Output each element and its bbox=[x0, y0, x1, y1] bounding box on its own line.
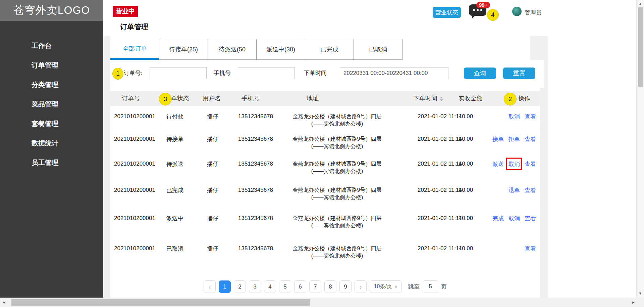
tab-completed[interactable]: 已完成 bbox=[305, 39, 354, 60]
sidebar: 苍穹外卖LOGO 工作台 订单管理 分类管理 菜品管理 套餐管理 数据统计 员工… bbox=[0, 0, 103, 298]
notification-count-badge: 99+ bbox=[476, 2, 490, 8]
view-link[interactable]: 查看 bbox=[525, 186, 536, 194]
cancel-link[interactable]: 取消 bbox=[508, 113, 520, 120]
user-cell: 播仔 bbox=[207, 215, 218, 222]
scroll-right-icon[interactable]: ► bbox=[632, 298, 635, 307]
table-body: 2021010200001 待付款 播仔 13512345678 金燕龙办公楼（… bbox=[110, 106, 540, 264]
header-actions: 操作 bbox=[518, 91, 530, 106]
address-line2: (——宾馆北侧办公楼) bbox=[311, 168, 363, 174]
reset-button[interactable]: 重置 bbox=[503, 68, 535, 79]
chevron-down-icon: ∨ bbox=[394, 284, 398, 289]
sidebar-item-orders[interactable]: 订单管理 bbox=[0, 55, 103, 75]
actions-cell: 完成 取消 查看 bbox=[492, 215, 536, 222]
sidebar-item-workbench[interactable]: 工作台 bbox=[0, 36, 103, 55]
prev-page-button[interactable]: ‹ bbox=[204, 280, 216, 293]
vertical-scrollbar-thumb[interactable] bbox=[638, 7, 643, 87]
table-row: 2021010200001 待接单 播仔 13512345678 金燕龙办公楼（… bbox=[110, 127, 540, 151]
page-unit-label: 页 bbox=[441, 283, 447, 291]
user-cell: 播仔 bbox=[207, 160, 218, 168]
admin-name-label: 管理员 bbox=[525, 9, 542, 16]
jump-page-input[interactable] bbox=[423, 280, 438, 293]
address-cell: 金燕龙办公楼（建材城西路9号）四层(——宾馆北侧办公楼) bbox=[285, 215, 389, 229]
order-no-cell: 2021010200001 bbox=[114, 245, 155, 252]
scroll-down-icon[interactable]: ▼ bbox=[637, 291, 644, 295]
address-line1: 金燕龙办公楼（建材城西路9号）四层 bbox=[293, 136, 382, 142]
filter-panel: 订单号: 手机号 下单时间 查询 重置 bbox=[110, 60, 544, 88]
sidebar-item-employees[interactable]: 员工管理 bbox=[0, 153, 103, 172]
orders-table-panel: 订单号 订单状态 用户名 手机号 地址 下单时间 实收金额 操作 2021010… bbox=[110, 88, 540, 298]
cancel-link[interactable]: 取消 bbox=[508, 215, 520, 222]
page-size-value: 10条/页 bbox=[374, 283, 392, 290]
reject-link[interactable]: 拒单 bbox=[508, 135, 520, 143]
search-button[interactable]: 查询 bbox=[464, 68, 496, 79]
tab-cancelled[interactable]: 已取消 bbox=[354, 39, 402, 60]
header-phone: 手机号 bbox=[241, 91, 260, 106]
phone-cell: 13512345678 bbox=[238, 161, 273, 167]
dispatch-link[interactable]: 派送 bbox=[492, 160, 504, 168]
app-logo: 苍穹外卖LOGO bbox=[0, 0, 103, 21]
address-line1: 金燕龙办公楼（建材城西路9号）四层 bbox=[293, 114, 382, 119]
page-button-8[interactable]: 8 bbox=[324, 280, 336, 293]
page-title: 订单管理 bbox=[120, 22, 148, 32]
page-button-6[interactable]: 6 bbox=[294, 280, 306, 293]
view-link[interactable]: 查看 bbox=[525, 245, 536, 253]
horizontal-scrollbar[interactable]: ◄ ► bbox=[0, 298, 644, 307]
order-tabs-panel: 全部订单 待接单(25) 待派送(50 派送中(30) 已完成 已取消 bbox=[110, 36, 530, 60]
tab-pending-dispatch[interactable]: 待派送(50 bbox=[208, 39, 257, 60]
phone-cell: 13512345678 bbox=[238, 245, 273, 252]
header-address: 地址 bbox=[307, 91, 319, 106]
refund-link[interactable]: 退单 bbox=[508, 186, 520, 194]
next-page-button[interactable]: › bbox=[355, 280, 367, 293]
sidebar-item-statistics[interactable]: 数据统计 bbox=[0, 133, 103, 153]
scroll-left-icon[interactable]: ◄ bbox=[2, 298, 6, 307]
header-order-time-label: 下单时间 bbox=[413, 95, 437, 102]
page-button-2[interactable]: 2 bbox=[234, 280, 246, 293]
user-cell: 播仔 bbox=[207, 113, 218, 120]
header-order-no: 订单号 bbox=[122, 91, 140, 106]
scroll-up-icon[interactable]: ▲ bbox=[637, 2, 644, 6]
table-row: 2021010200001 已取消 播仔 13512345678 金燕龙办公楼（… bbox=[110, 233, 540, 264]
avatar[interactable] bbox=[512, 7, 522, 16]
page-button-1[interactable]: 1 bbox=[219, 280, 231, 293]
order-no-input[interactable] bbox=[150, 67, 207, 79]
business-status-button[interactable]: 营业状态 bbox=[433, 7, 461, 18]
sidebar-item-combos[interactable]: 套餐管理 bbox=[0, 114, 103, 133]
page-button-3[interactable]: 3 bbox=[249, 280, 261, 293]
address-line1: 金燕龙办公楼（建材城西路9号）四层 bbox=[293, 246, 382, 251]
sidebar-item-dishes[interactable]: 菜品管理 bbox=[0, 94, 103, 114]
view-link[interactable]: 查看 bbox=[525, 113, 536, 120]
business-open-badge: 营业中 bbox=[113, 6, 138, 17]
cancel-link-highlighted[interactable]: 取消 bbox=[508, 160, 520, 168]
complete-link[interactable]: 完成 bbox=[492, 215, 504, 222]
tab-pending-accept[interactable]: 待接单(25) bbox=[159, 39, 208, 60]
vertical-scrollbar[interactable]: ▲ ▼ bbox=[636, 0, 644, 298]
annotation-marker-4: 4 bbox=[487, 9, 499, 21]
sort-icon[interactable] bbox=[440, 95, 443, 103]
view-link[interactable]: 查看 bbox=[525, 160, 536, 168]
order-management-page: 苍穹外卖LOGO 工作台 订单管理 分类管理 菜品管理 套餐管理 数据统计 员工… bbox=[0, 0, 644, 307]
page-button-9[interactable]: 9 bbox=[339, 280, 352, 293]
status-cell: 待付款 bbox=[166, 113, 183, 120]
page-button-5[interactable]: 5 bbox=[279, 280, 291, 293]
tab-dispatching[interactable]: 派送中(30) bbox=[256, 39, 305, 60]
address-cell: 金燕龙办公楼（建材城西路9号）四层(——宾馆北侧办公楼) bbox=[285, 245, 389, 260]
address-line1: 金燕龙办公楼（建材城西路9号）四层 bbox=[293, 187, 382, 193]
address-cell: 金燕龙办公楼（建材城西路9号）四层(——宾馆北侧办公楼) bbox=[285, 135, 389, 150]
view-link[interactable]: 查看 bbox=[525, 135, 536, 143]
page-size-select[interactable]: 10条/页 ∨ bbox=[370, 280, 402, 293]
horizontal-scrollbar-thumb[interactable] bbox=[11, 299, 310, 306]
amount-cell: 40.00 bbox=[454, 215, 478, 222]
page-button-4[interactable]: 4 bbox=[264, 280, 276, 293]
order-no-cell: 2021010200001 bbox=[114, 187, 155, 193]
order-no-cell: 2021010200001 bbox=[114, 113, 155, 120]
page-button-7[interactable]: 7 bbox=[309, 280, 321, 293]
sidebar-item-categories[interactable]: 分类管理 bbox=[0, 75, 103, 94]
tab-all-orders[interactable]: 全部订单 bbox=[110, 39, 159, 60]
header-amount: 实收金额 bbox=[459, 91, 483, 106]
phone-input[interactable] bbox=[238, 67, 295, 79]
accept-link[interactable]: 接单 bbox=[492, 135, 504, 143]
view-link[interactable]: 查看 bbox=[525, 215, 536, 222]
order-time-range-input[interactable] bbox=[340, 67, 448, 79]
amount-cell: 40.00 bbox=[454, 245, 478, 252]
user-cell: 播仔 bbox=[207, 135, 218, 143]
